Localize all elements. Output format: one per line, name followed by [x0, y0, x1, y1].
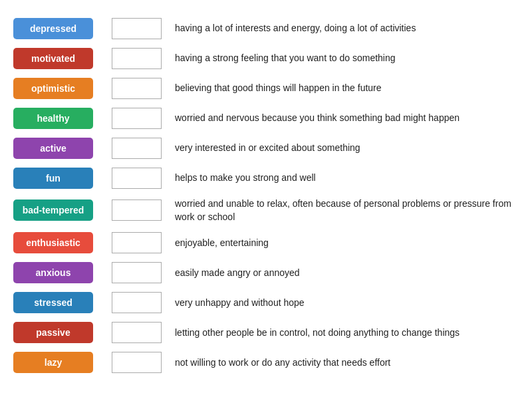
- blank-input-active[interactable]: [112, 138, 162, 159]
- definition-fun: helps to make you strong and well: [175, 171, 519, 184]
- blank-input-anxious[interactable]: [112, 262, 162, 283]
- table-row: anxiouseasily made angry or annoyed: [13, 258, 519, 288]
- definition-anxious: easily made angry or annoyed: [175, 266, 519, 279]
- word-button-lazy[interactable]: lazy: [13, 352, 93, 373]
- definition-active: very interested in or excited about some…: [175, 141, 519, 154]
- blank-input-lazy[interactable]: [112, 352, 162, 373]
- table-row: healthyworried and nervous because you t…: [13, 103, 519, 133]
- blank-input-depressed[interactable]: [112, 18, 162, 39]
- word-button-healthy[interactable]: healthy: [13, 108, 93, 129]
- blank-input-healthy[interactable]: [112, 108, 162, 129]
- definition-healthy: worried and nervous because you think so…: [175, 111, 519, 124]
- definition-motivated: having a strong feeling that you want to…: [175, 51, 519, 65]
- table-row: enthusiasticenjoyable, entertaining: [13, 228, 519, 258]
- word-button-passive[interactable]: passive: [13, 322, 93, 343]
- table-row: optimisticbelieving that good things wil…: [13, 73, 519, 103]
- definition-optimistic: believing that good things will happen i…: [175, 81, 519, 94]
- blank-input-motivated[interactable]: [112, 48, 162, 69]
- blank-input-optimistic[interactable]: [112, 78, 162, 99]
- definition-passive: letting other people be in control, not …: [175, 326, 519, 339]
- table-row: activevery interested in or excited abou…: [13, 133, 519, 163]
- matching-exercise: depressedhaving a lot of interests and e…: [13, 13, 519, 378]
- word-button-bad-tempered[interactable]: bad-tempered: [13, 200, 93, 221]
- definition-stressed: very unhappy and without hope: [175, 296, 519, 309]
- table-row: motivatedhaving a strong feeling that yo…: [13, 43, 519, 73]
- word-button-active[interactable]: active: [13, 138, 93, 159]
- word-button-enthusiastic[interactable]: enthusiastic: [13, 232, 93, 253]
- word-button-motivated[interactable]: motivated: [13, 48, 93, 69]
- definition-lazy: not willing to work or do any activity t…: [175, 356, 519, 369]
- word-button-fun[interactable]: fun: [13, 168, 93, 189]
- table-row: funhelps to make you strong and well: [13, 163, 519, 193]
- table-row: passiveletting other people be in contro…: [13, 318, 519, 348]
- blank-input-fun[interactable]: [112, 168, 162, 189]
- blank-input-stressed[interactable]: [112, 292, 162, 313]
- word-button-depressed[interactable]: depressed: [13, 18, 93, 39]
- word-button-anxious[interactable]: anxious: [13, 262, 93, 283]
- table-row: stressedvery unhappy and without hope: [13, 288, 519, 318]
- blank-input-passive[interactable]: [112, 322, 162, 343]
- word-button-stressed[interactable]: stressed: [13, 292, 93, 313]
- definition-bad-tempered: worried and unable to relax, often becau…: [175, 197, 519, 224]
- blank-input-enthusiastic[interactable]: [112, 232, 162, 253]
- table-row: lazynot willing to work or do any activi…: [13, 348, 519, 378]
- word-button-optimistic[interactable]: optimistic: [13, 78, 93, 99]
- blank-input-bad-tempered[interactable]: [112, 200, 162, 221]
- table-row: bad-temperedworried and unable to relax,…: [13, 193, 519, 228]
- table-row: depressedhaving a lot of interests and e…: [13, 13, 519, 43]
- definition-depressed: having a lot of interests and energy, do…: [175, 21, 519, 35]
- definition-enthusiastic: enjoyable, entertaining: [175, 236, 519, 249]
